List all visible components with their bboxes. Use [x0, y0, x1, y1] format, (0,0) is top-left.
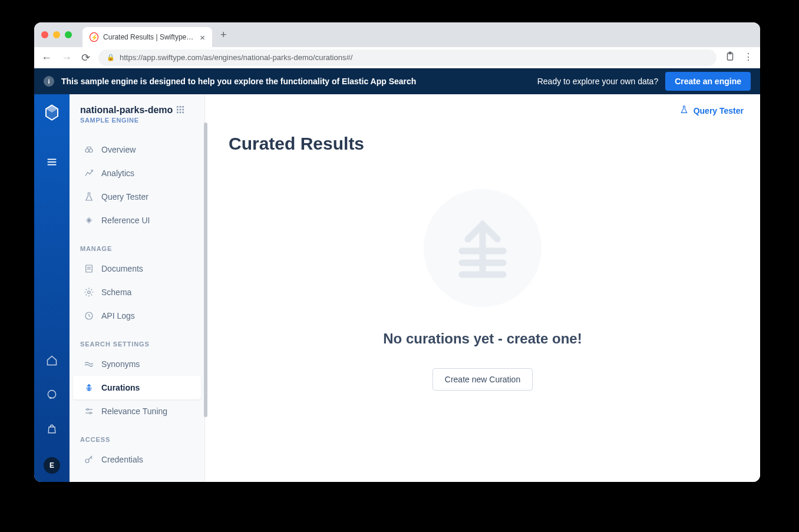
sidebar-item-label: Reference UI [101, 216, 150, 225]
svg-point-11 [183, 108, 184, 110]
browser-window: ⚡ Curated Results | Swiftype App × + ← →… [34, 22, 760, 482]
empty-state-title: No curations yet - create one! [383, 331, 582, 347]
sidebar-item-label: Credentials [101, 455, 143, 464]
svg-point-7 [180, 105, 181, 107]
svg-point-6 [177, 105, 179, 107]
section-title-manage: MANAGE [70, 240, 204, 257]
svg-point-16 [89, 149, 93, 153]
engine-header: national-parks-demo SAMPLE ENGINE [70, 94, 204, 132]
sidebar-item-api-logs[interactable]: API Logs [73, 304, 201, 328]
favicon-icon: ⚡ [90, 32, 98, 42]
tab-strip: ⚡ Curated Results | Swiftype App × + [34, 22, 760, 47]
svg-point-14 [183, 111, 184, 113]
sidebar-item-label: API Logs [101, 311, 135, 320]
create-curation-button[interactable]: Create new Curation [432, 368, 533, 391]
global-rail: E [34, 94, 70, 482]
sidebar-item-reference-ui[interactable]: Reference UI [73, 209, 201, 232]
document-icon [84, 263, 94, 274]
bag-icon[interactable] [46, 423, 58, 437]
clock-icon [84, 310, 94, 321]
sidebar-item-label: Curations [101, 383, 140, 392]
svg-point-8 [183, 105, 184, 107]
sidebar-item-relevance-tuning[interactable]: Relevance Tuning [73, 399, 201, 423]
window-controls [41, 31, 72, 38]
curations-icon [84, 382, 94, 393]
sidebar-item-documents[interactable]: Documents [73, 257, 201, 280]
browser-tab[interactable]: ⚡ Curated Results | Swiftype App × [82, 27, 212, 47]
wave-icon [84, 359, 94, 369]
chat-icon[interactable] [46, 389, 58, 403]
main-content: Query Tester Curated Results No curation… [205, 94, 760, 482]
sidebar-item-label: Overview [101, 145, 136, 154]
reload-button[interactable]: ⟳ [81, 52, 90, 63]
new-tab-button[interactable]: + [220, 29, 227, 41]
close-window-button[interactable] [41, 31, 48, 38]
gear-icon [84, 287, 94, 298]
close-tab-icon[interactable]: × [200, 32, 205, 42]
sidebar-item-analytics[interactable]: Analytics [73, 161, 201, 185]
sidebar-item-label: Schema [101, 288, 131, 297]
url-text: https://app.swiftype.com/as/engines/nati… [120, 53, 352, 62]
svg-point-13 [180, 111, 181, 113]
svg-point-10 [180, 108, 181, 110]
query-tester-link[interactable]: Query Tester [679, 105, 744, 116]
sidebar-item-label: Analytics [101, 168, 134, 178]
sparkle-icon [84, 215, 94, 226]
hamburger-icon[interactable] [45, 156, 58, 171]
toolbar-right: ⋮ [725, 51, 753, 64]
svg-point-20 [88, 291, 91, 294]
sample-banner: i This sample engine is designed to help… [34, 68, 760, 94]
svg-point-5 [48, 391, 55, 398]
app-logo-icon[interactable] [43, 104, 61, 121]
svg-rect-17 [86, 265, 93, 272]
minimize-window-button[interactable] [53, 31, 60, 38]
sidebar-item-query-tester[interactable]: Query Tester [73, 185, 201, 209]
chart-icon [84, 168, 94, 179]
sliders-icon [84, 406, 94, 417]
sidebar-item-label: Documents [101, 264, 143, 273]
svg-point-9 [177, 108, 179, 110]
grid-icon[interactable] [176, 105, 184, 115]
section-title-access: ACCESS [70, 431, 204, 448]
address-bar[interactable]: 🔒 https://app.swiftype.com/as/engines/na… [98, 49, 717, 66]
maximize-window-button[interactable] [65, 31, 72, 38]
sidebar: national-parks-demo SAMPLE ENGINE Overvi… [70, 94, 205, 482]
svg-point-26 [85, 459, 89, 462]
app-body: E national-parks-demo SAMPLE ENGINE Over… [34, 94, 760, 482]
engine-name: national-parks-demo [80, 105, 173, 115]
sidebar-item-schema[interactable]: Schema [73, 280, 201, 304]
engine-label: SAMPLE ENGINE [80, 117, 194, 124]
create-engine-button[interactable]: Create an engine [665, 72, 751, 91]
lock-icon: 🔒 [107, 54, 115, 61]
sidebar-item-curations[interactable]: Curations [73, 376, 201, 399]
banner-text: This sample engine is designed to help y… [61, 77, 416, 86]
user-avatar[interactable]: E [44, 457, 60, 474]
flask-icon [679, 105, 689, 116]
browser-toolbar: ← → ⟳ 🔒 https://app.swiftype.com/as/engi… [34, 47, 760, 68]
tab-title: Curated Results | Swiftype App [103, 33, 194, 41]
back-button[interactable]: ← [41, 52, 52, 63]
flask-icon [84, 191, 94, 202]
query-tester-label: Query Tester [694, 106, 744, 115]
sidebar-scrollbar[interactable] [204, 123, 207, 417]
svg-point-25 [90, 412, 91, 414]
home-icon[interactable] [46, 355, 58, 369]
sidebar-item-overview[interactable]: Overview [73, 138, 201, 161]
key-icon [84, 454, 94, 465]
sidebar-item-credentials[interactable]: Credentials [73, 448, 201, 471]
empty-state-icon [424, 189, 542, 307]
sidebar-item-label: Relevance Tuning [101, 407, 167, 416]
svg-point-15 [85, 149, 89, 153]
binoculars-icon [84, 144, 94, 155]
sidebar-item-synonyms[interactable]: Synonyms [73, 352, 201, 376]
sidebar-item-label: Query Tester [101, 192, 148, 201]
info-icon: i [44, 76, 54, 87]
forward-button[interactable]: → [61, 52, 72, 63]
sidebar-item-label: Synonyms [101, 359, 140, 369]
section-title-search-settings: SEARCH SETTINGS [70, 336, 204, 352]
menu-icon[interactable]: ⋮ [744, 51, 753, 64]
svg-point-24 [87, 409, 88, 411]
nav-controls: ← → ⟳ [41, 52, 90, 63]
extension-icon[interactable] [725, 51, 735, 64]
svg-point-12 [177, 111, 179, 113]
